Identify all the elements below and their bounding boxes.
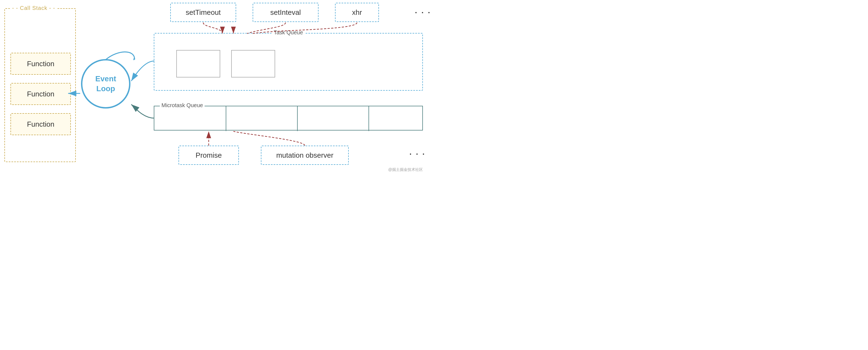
- microtask-divider-3: [369, 106, 369, 131]
- settimeout-box: setTimeout: [170, 3, 236, 22]
- setinterval-box: setInteval: [253, 3, 318, 22]
- task-box-2: [231, 50, 275, 78]
- mutation-observer-box: mutation observer: [261, 146, 349, 165]
- function-box-3: Function: [10, 113, 71, 135]
- xhr-box: xhr: [335, 3, 379, 22]
- function-box-1: Function: [10, 53, 71, 75]
- function-box-2: Function: [10, 83, 71, 105]
- dots-bottom-right: · · ·: [409, 150, 426, 158]
- microtask-queue-label: Microtask Queue: [160, 102, 205, 109]
- event-loop-label: Event Loop: [95, 74, 116, 94]
- diagram-container: - - Call Stack - - Function Function Fun…: [0, 0, 434, 175]
- microtask-divider-1: [226, 106, 226, 131]
- call-stack-box: - - Call Stack - - Function Function Fun…: [4, 8, 76, 162]
- watermark: @掘土掘金技术社区: [388, 167, 423, 172]
- task-queue-container: Task Queue: [154, 33, 423, 91]
- microtask-divider-2: [297, 106, 298, 131]
- call-stack-label: - - Call Stack - -: [10, 5, 57, 11]
- dots-right: · · ·: [415, 8, 431, 17]
- task-box-1: [176, 50, 220, 78]
- microtask-queue: Microtask Queue: [154, 106, 423, 130]
- event-loop-circle: Event Loop: [81, 59, 130, 109]
- promise-box: Promise: [179, 146, 239, 165]
- task-queue-label: Task Queue: [272, 29, 305, 36]
